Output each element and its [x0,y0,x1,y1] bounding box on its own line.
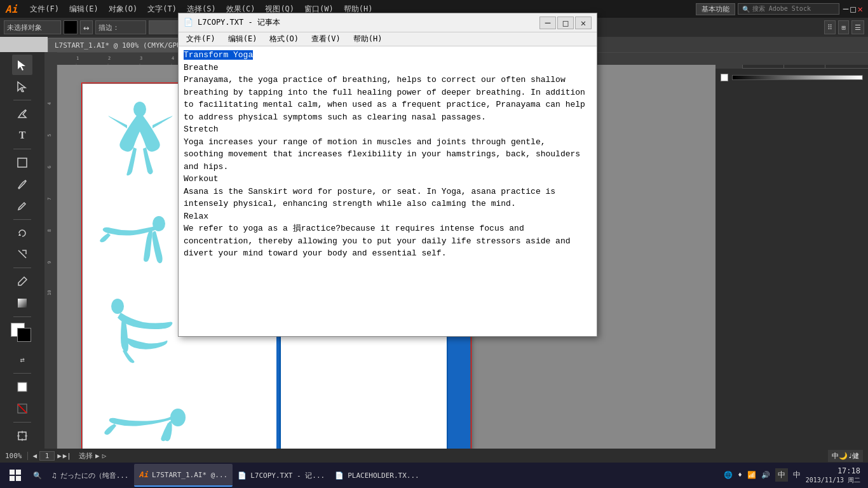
scroll-right-btn[interactable]: ▷ [102,452,107,460]
notepad-restore-btn[interactable]: □ [557,17,574,29]
menu-text[interactable]: 文字(T) [142,0,182,18]
select-tool-btn[interactable]: 未选择对象 [4,20,61,34]
notepad-content[interactable]: Transform Yoga Breathe Pranayama, the yo… [179,46,597,336]
content-line-7: soothing movement that increases flexibi… [184,149,580,159]
svg-marker-3 [18,233,21,236]
taskbar-item-notepad[interactable]: 📄 L7COPY.TXT - 记... [233,464,330,487]
fill-color-btn[interactable] [12,377,32,397]
nav-last-btn[interactable]: ▶| [63,452,71,460]
notepad-minimize-btn[interactable]: ─ [539,17,556,29]
notepad-menu: 文件(F) 编辑(E) 格式(O) 查看(V) 帮助(H) [179,32,597,46]
left-toolbar: T ⇄ 🔍 [0,52,44,470]
taskbar: 🔍 ♫ だったにの（纯音... Ai L7START_1.AI* @... 📄 … [0,463,868,488]
selection-tool-btn[interactable] [12,55,32,75]
menu-file[interactable]: 文件(F) [25,0,64,18]
taskbar-clock[interactable]: 17:18 2013/11/13 周二 [806,466,860,485]
restore-app-btn[interactable]: □ [850,4,855,14]
arrange-btn[interactable]: ⠿ [824,20,836,34]
stroke-label: 描边： [95,20,146,34]
svg-text:7: 7 [47,198,52,200]
svg-point-48 [170,409,186,426]
content-line-13: We refer to yoga as a 損ractice?because i… [184,224,524,233]
taskbar-globe-icon[interactable]: 🌐 [724,471,733,479]
basic-functions-label[interactable]: 基本功能 [696,3,735,15]
minimize-app-btn[interactable]: ─ [843,4,848,14]
content-line-2: breathing by tapping into the full heali… [184,88,585,97]
notepad-titlebar[interactable]: 📄 L7COPY.TXT - 记事本 ─ □ ✕ [179,13,597,32]
notepad-close-btn[interactable]: ✕ [575,17,592,29]
notepad-menu-help[interactable]: 帮助(H) [348,32,388,46]
notepad-menu-format[interactable]: 格式(O) [264,32,304,46]
align-btn[interactable]: ⊞ [838,20,849,34]
page-input[interactable]: 1 [39,451,55,461]
color-boxes[interactable] [11,323,34,346]
content-heading-4: Relax [184,212,208,221]
svg-marker-1 [18,82,25,92]
svg-text:10: 10 [47,290,52,295]
rotate-tool-btn[interactable] [12,223,32,243]
fg-swatch[interactable] [721,74,728,81]
transform-btn[interactable]: ↔ [80,20,93,34]
yoga-figure-4 [102,389,191,446]
search-icon: 🔍 [742,6,750,13]
paintbrush-tool-btn[interactable] [12,174,32,194]
nav-prev-btn[interactable]: ◀ [33,452,37,460]
menu-object[interactable]: 对象(O) [104,0,143,18]
lt-sep4 [13,268,31,268]
taskbar-item-music[interactable]: ♫ だったにの（纯音... [47,464,134,487]
ruler-left: 4 5 6 7 8 9 10 [44,65,57,470]
taskbar-widget-icon[interactable]: ♦ [738,471,742,479]
bg-color[interactable] [17,328,31,342]
no-fill-btn[interactable] [12,398,32,419]
lt-sep1 [13,100,31,100]
svg-text:3: 3 [140,56,142,61]
scale-tool-btn[interactable] [12,245,32,265]
swap-colors-btn[interactable]: ⇄ [12,349,32,370]
color-panel-content [715,69,868,470]
svg-point-45 [133,102,146,117]
notepad-menu-edit[interactable]: 编辑(E) [223,32,262,46]
taskbar-network-icon[interactable]: 📶 [747,471,756,479]
artboard-tool-btn[interactable] [12,426,32,446]
taskbar-item-illustrator[interactable]: Ai L7START_1.AI* @... [134,464,233,487]
selected-heading: Transform Yoga [184,50,253,60]
pen-tool-btn[interactable] [12,104,32,124]
color-slider-l[interactable] [732,75,863,80]
search-adobe-stock[interactable]: 🔍 搜索 Adobe Stock [738,3,839,15]
ime-indicator[interactable]: 中🌙♩健 [828,450,863,462]
eyedropper-btn[interactable] [12,271,32,292]
svg-text:9: 9 [47,261,52,264]
extra-options-btn[interactable]: ☰ [851,20,864,34]
gradient-btn[interactable] [12,293,32,313]
taskbar-item-placeholder[interactable]: 📄 PLACEHOLDER.TX... [330,464,424,487]
taskbar-ime[interactable]: 中 [775,468,788,482]
notepad-title: L7COPY.TXT - 记事本 [198,17,538,28]
svg-line-7 [18,404,27,413]
type-tool-btn[interactable]: T [12,125,32,146]
stroke-color-btn[interactable] [64,20,78,34]
content-line-10: Asana is the Sanskirt word for posture, … [184,187,555,196]
notepad-menu-view[interactable]: 查看(V) [306,32,346,46]
svg-rect-55 [10,476,15,481]
notepad-app-icon: 📄 [184,18,194,28]
taskbar-lang-icon[interactable]: 中 [793,470,801,480]
direct-selection-btn[interactable] [12,76,32,97]
taskbar-right: 🌐 ♦ 📶 🔊 中 中 17:18 2013/11/13 周二 [719,466,865,485]
menu-edit[interactable]: 编辑(E) [64,0,104,18]
taskbar-volume-icon[interactable]: 🔊 [761,471,770,479]
notepad-menu-file[interactable]: 文件(F) [181,32,220,46]
close-app-btn[interactable]: ✕ [858,4,863,14]
music-icon: ♫ [52,471,57,480]
nav-next-btn[interactable]: ▶ [57,452,62,460]
info-arrow-btn[interactable]: ▶ [95,452,100,460]
taskbar-search[interactable]: 🔍 [28,464,47,487]
svg-rect-5 [18,383,27,391]
ai-taskbar-icon: Ai [139,470,148,479]
svg-rect-54 [16,470,21,475]
svg-text:4: 4 [47,102,52,105]
start-button[interactable] [3,463,28,488]
zoom-display[interactable]: 100% [5,452,28,460]
rectangle-tool-btn[interactable] [12,152,32,173]
pencil-tool-btn[interactable] [12,196,32,216]
ime-status: 中🌙♩健 [828,450,863,462]
